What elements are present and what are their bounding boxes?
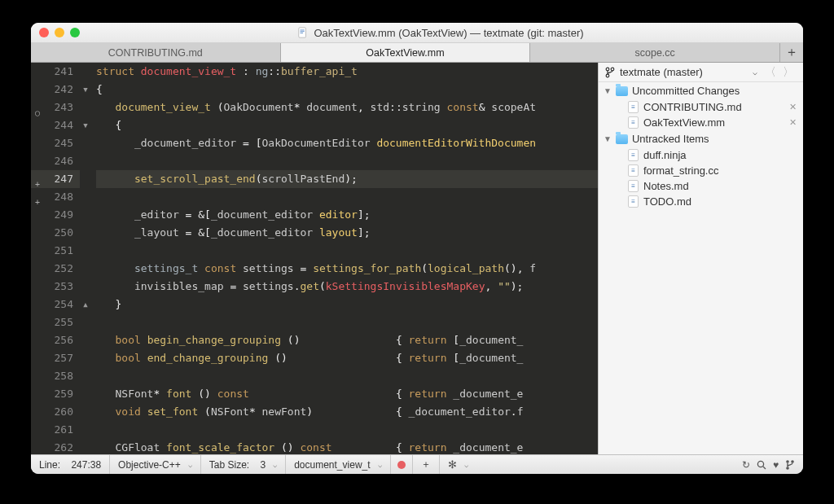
gutter[interactable]: 241242243○244245246247+248+2492502512522… [31, 63, 80, 454]
code-area[interactable]: struct document_view_t : ng::buffer_api_… [91, 63, 598, 454]
sidebar-file-item[interactable]: ≡CONTRIBUTING.md✕ [599, 99, 803, 115]
nav-forward-button[interactable]: 〉 [780, 65, 797, 80]
close-icon[interactable]: ✕ [789, 102, 798, 112]
sidebar-section-header[interactable]: ▼Uncommitted Changes [599, 82, 803, 99]
code-line[interactable]: { [96, 116, 598, 134]
status-position[interactable]: Line: 247:38 [31, 455, 110, 474]
status-add[interactable]: ＋ [413, 455, 440, 474]
code-line[interactable]: set_scroll_past_end(scrollPastEnd); [96, 170, 598, 188]
fold-toggle[interactable] [80, 63, 91, 81]
code-line[interactable]: bool begin_change_grouping () { return [… [96, 331, 598, 349]
fold-toggle[interactable] [80, 152, 91, 170]
line-number[interactable]: 256 [31, 331, 80, 349]
fold-toggle[interactable] [80, 331, 91, 349]
line-number[interactable]: 261 [31, 421, 80, 439]
fold-toggle[interactable] [80, 367, 91, 385]
fold-toggle[interactable] [80, 206, 91, 224]
fold-toggle[interactable] [80, 278, 91, 296]
tab-scope[interactable]: scope.cc [530, 43, 780, 62]
sidebar-file-item[interactable]: ≡TODO.md [599, 194, 803, 209]
fold-column[interactable]: ▼▼▲ [80, 63, 91, 454]
fold-toggle[interactable] [80, 421, 91, 439]
line-number[interactable]: 253 [31, 278, 80, 296]
fold-toggle[interactable] [80, 242, 91, 260]
line-number[interactable]: 247+ [31, 170, 80, 188]
code-line[interactable]: _editor = &[_document_editor editor]; [96, 206, 598, 224]
fold-toggle[interactable] [80, 260, 91, 278]
fold-toggle[interactable] [80, 403, 91, 421]
line-number[interactable]: 241 [31, 63, 80, 81]
repo-dropdown-icon[interactable]: ⌵ [749, 68, 761, 77]
search-icon[interactable] [757, 460, 766, 470]
status-record[interactable] [391, 455, 413, 474]
sidebar-file-item[interactable]: ≡duff.ninja [599, 147, 803, 163]
new-tab-button[interactable]: ＋ [780, 43, 803, 62]
code-line[interactable] [96, 242, 598, 260]
fold-toggle[interactable] [80, 188, 91, 206]
code-line[interactable] [96, 152, 598, 170]
code-line[interactable] [96, 421, 598, 439]
fold-toggle[interactable]: ▼ [80, 81, 91, 99]
code-line[interactable] [96, 313, 598, 331]
line-number[interactable]: 259 [31, 385, 80, 403]
code-line[interactable] [96, 188, 598, 206]
status-tabsize[interactable]: Tab Size: 3 ⌵ [201, 455, 286, 474]
line-number[interactable]: 246 [31, 152, 80, 170]
line-number[interactable]: 250 [31, 224, 80, 242]
line-number[interactable]: 245 [31, 134, 80, 152]
favorite-icon[interactable]: ♥ [773, 459, 779, 471]
code-line[interactable]: _layout = &[_document_editor layout]; [96, 224, 598, 242]
code-line[interactable]: invisibles_map = settings.get(kSettingsI… [96, 278, 598, 296]
fold-toggle[interactable] [80, 313, 91, 331]
status-gear[interactable]: ✻⌵ [440, 455, 476, 474]
code-line[interactable]: } [96, 296, 598, 313]
code-line[interactable]: document_view_t (OakDocument* document, … [96, 99, 598, 116]
code-line[interactable]: struct document_view_t : ng::buffer_api_… [96, 63, 598, 81]
line-number[interactable]: 242 [31, 81, 80, 99]
minimize-window-button[interactable] [55, 28, 64, 37]
sidebar-file-item[interactable]: ≡OakTextView.mm✕ [599, 115, 803, 130]
fold-toggle[interactable] [80, 439, 91, 454]
fold-toggle[interactable] [80, 170, 91, 188]
line-number[interactable]: 251 [31, 242, 80, 260]
fold-toggle[interactable] [80, 134, 91, 152]
code-line[interactable]: CGFloat font_scale_factor () const { ret… [96, 439, 598, 454]
nav-back-button[interactable]: 〈 [762, 65, 779, 80]
line-number[interactable]: 255 [31, 313, 80, 331]
sidebar-file-item[interactable]: ≡format_string.cc [599, 163, 803, 178]
tab-contributing[interactable]: CONTRIBUTING.md [31, 43, 281, 62]
code-line[interactable]: NSFont* font () const { return _document… [96, 385, 598, 403]
scm-icon[interactable] [785, 459, 795, 471]
sidebar-section-header[interactable]: ▼Untracked Items [599, 130, 803, 147]
sidebar-file-item[interactable]: ≡Notes.md [599, 178, 803, 194]
fold-toggle[interactable]: ▲ [80, 296, 91, 313]
line-number[interactable]: 262 [31, 439, 80, 454]
line-number[interactable]: 244 [31, 116, 80, 134]
refresh-icon[interactable]: ↻ [742, 459, 750, 471]
fold-toggle[interactable] [80, 224, 91, 242]
zoom-window-button[interactable] [70, 28, 80, 37]
fold-toggle[interactable] [80, 349, 91, 367]
code-line[interactable] [96, 367, 598, 385]
code-line[interactable]: bool end_change_grouping () { return [_d… [96, 349, 598, 367]
code-line[interactable]: _document_editor = [OakDocumentEditor do… [96, 134, 598, 152]
code-line[interactable]: { [96, 81, 598, 99]
status-language[interactable]: Objective-C++ ⌵ [110, 455, 201, 474]
close-window-button[interactable] [39, 28, 49, 37]
tab-oaktextview[interactable]: OakTextView.mm [281, 43, 531, 62]
fold-toggle[interactable] [80, 99, 91, 116]
line-number[interactable]: 243○ [31, 99, 80, 116]
line-number[interactable]: 258 [31, 367, 80, 385]
line-number[interactable]: 260 [31, 403, 80, 421]
sidebar-header[interactable]: textmate (master) ⌵ 〈 〉 [599, 63, 803, 82]
line-number[interactable]: 252 [31, 260, 80, 278]
line-number[interactable]: 257 [31, 349, 80, 367]
line-number[interactable]: 248+ [31, 188, 80, 206]
code-editor[interactable]: 241242243○244245246247+248+2492502512522… [31, 63, 598, 454]
status-symbol[interactable]: document_view_t ⌵ [286, 455, 390, 474]
close-icon[interactable]: ✕ [789, 117, 798, 128]
fold-toggle[interactable]: ▼ [80, 116, 91, 134]
line-number[interactable]: 254 [31, 296, 80, 313]
fold-toggle[interactable] [80, 385, 91, 403]
code-line[interactable]: settings_t const settings = settings_for… [96, 260, 598, 278]
